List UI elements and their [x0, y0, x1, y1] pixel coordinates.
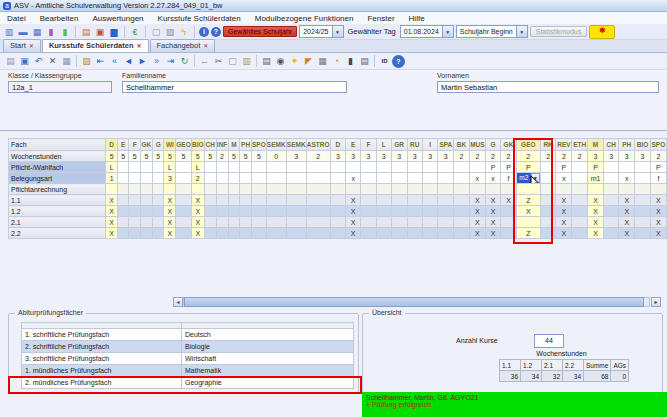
fachwahl-cell[interactable] [423, 184, 438, 195]
fachwahl-cell[interactable] [635, 162, 651, 173]
fachwahl-cell[interactable] [485, 184, 500, 195]
chat-lila-icon[interactable]: ▮ [45, 26, 57, 38]
fachwahl-cell[interactable]: P [485, 162, 500, 173]
fachwahl-cell[interactable]: 1 [106, 173, 118, 184]
close-icon[interactable]: ✕ [136, 42, 141, 49]
kopieren-icon[interactable]: ▢ [150, 26, 162, 38]
fachwahl-cell[interactable] [176, 206, 191, 217]
fachwahl-cell[interactable]: 5 [140, 151, 152, 162]
fachwahl-cell[interactable] [572, 173, 588, 184]
fachwahl-cell[interactable] [117, 195, 129, 206]
fachwahl-cell[interactable] [330, 162, 345, 173]
fachwahl-cell[interactable] [204, 228, 216, 239]
fachwahl-cell[interactable] [240, 184, 252, 195]
fachwahl-cell[interactable]: X [588, 217, 604, 228]
fachwahl-cell[interactable] [152, 173, 164, 184]
fachwahl-cell[interactable] [306, 162, 330, 173]
fachwahl-cell[interactable] [454, 228, 470, 239]
fachwahl-cell[interactable] [619, 184, 635, 195]
fachwahl-cell[interactable]: f [650, 173, 666, 184]
fachwahl-cell[interactable] [423, 162, 438, 173]
fachwahl-cell[interactable] [129, 228, 141, 239]
fachwahl-cell[interactable]: X [619, 228, 635, 239]
speichern-icon[interactable]: ▣ [18, 55, 31, 68]
fachwahl-cell[interactable]: X [650, 228, 666, 239]
fachwahl-cell[interactable]: 3 [619, 151, 635, 162]
fachwahl-cell[interactable]: X [485, 217, 500, 228]
abitur-row-label[interactable]: 3. schriftliche Prüfungsfach [22, 353, 182, 365]
fachwahl-cell[interactable] [140, 173, 152, 184]
fachwahl-cell[interactable] [454, 162, 470, 173]
fachwahl-cell[interactable] [240, 206, 252, 217]
fachwahl-cell[interactable] [252, 206, 267, 217]
fachwahl-cell[interactable] [407, 173, 423, 184]
fachwahl-cell[interactable] [306, 217, 330, 228]
fachwahl-cell[interactable]: 0 [266, 151, 286, 162]
fachwahl-cell[interactable] [423, 195, 438, 206]
bericht-icon[interactable]: ▤ [80, 26, 92, 38]
fachwahl-cell[interactable] [204, 217, 216, 228]
fachwahl-cell[interactable]: L [191, 162, 204, 173]
zurueck-icon[interactable]: ◄ [122, 55, 135, 68]
fachwahl-cell[interactable] [454, 206, 470, 217]
fachwahl-cell[interactable] [252, 217, 267, 228]
fachwahl-cell[interactable] [252, 162, 267, 173]
fachwahl-cell[interactable] [204, 173, 216, 184]
fachwahl-cell[interactable] [204, 162, 216, 173]
fachwahl-cell[interactable] [572, 184, 588, 195]
fachwahl-cell[interactable] [240, 217, 252, 228]
fachwahl-cell[interactable] [129, 217, 141, 228]
fachwahl-cell[interactable] [129, 162, 141, 173]
fachwahl-cell[interactable]: 5 [129, 151, 141, 162]
fachwahl-cell[interactable] [603, 173, 619, 184]
fachwahl-cell[interactable] [391, 162, 407, 173]
fachwahl-cell[interactable] [140, 228, 152, 239]
fachwahl-cell[interactable]: P [588, 162, 604, 173]
fachwahl-cell[interactable] [603, 184, 619, 195]
fachwahl-cell[interactable] [129, 184, 141, 195]
fachwahl-cell[interactable] [572, 162, 588, 173]
fachwahl-cell[interactable]: 5 [152, 151, 164, 162]
fachwahl-cell[interactable] [330, 173, 345, 184]
fachwahl-cell[interactable] [228, 206, 240, 217]
fachwahl-cell[interactable] [240, 162, 252, 173]
fachwahl-cell[interactable]: 2 [191, 173, 204, 184]
fachwahl-cell[interactable] [176, 228, 191, 239]
fachwahl-cell[interactable]: X [346, 206, 361, 217]
fachwahl-cell[interactable] [469, 162, 485, 173]
fachwahl-cell[interactable] [266, 184, 286, 195]
fachwahl-cell[interactable]: 5 [176, 151, 191, 162]
info-icon[interactable]: i [199, 27, 209, 37]
fachwahl-cell[interactable] [152, 228, 164, 239]
fachwahl-cell[interactable]: 5 [252, 151, 267, 162]
fachwahl-cell[interactable] [140, 184, 152, 195]
fachwahl-cell[interactable] [407, 162, 423, 173]
ordner-icon[interactable]: ▨ [80, 55, 93, 68]
fachwahl-cell[interactable] [361, 195, 376, 206]
fachwahl-cell[interactable]: 2 [469, 151, 485, 162]
schueler-icon[interactable]: ▥ [3, 26, 15, 38]
fachwahl-cell[interactable] [454, 173, 470, 184]
tabelle-bearbeiten-icon[interactable]: ▦ [60, 55, 73, 68]
fachwahl-cell[interactable]: X [164, 195, 176, 206]
fachwahl-cell[interactable]: X [650, 195, 666, 206]
fachwahl-cell[interactable] [391, 206, 407, 217]
fachwahl-cell[interactable] [438, 206, 454, 217]
buch-icon[interactable]: ▮ [344, 55, 357, 68]
fachwahl-cell[interactable] [619, 162, 635, 173]
fachwahl-cell[interactable] [266, 173, 286, 184]
fachwahl-cell[interactable] [228, 184, 240, 195]
fachwahl-cell[interactable]: 3 [603, 151, 619, 162]
fachwahl-cell[interactable]: 3 [330, 151, 345, 162]
zeitpunkt-select[interactable]: Schuljahr Beginn ▼ [456, 25, 528, 38]
fachwahl-cell[interactable] [361, 173, 376, 184]
fachwahl-cell[interactable]: X [650, 206, 666, 217]
scroll-right-button[interactable]: ► [651, 297, 661, 307]
verlauf-icon[interactable]: ◔ [330, 55, 343, 68]
fachwahl-cell[interactable] [361, 217, 376, 228]
fachwahl-cell[interactable] [330, 217, 345, 228]
menu-item-hilfe[interactable]: Hilfe [402, 14, 432, 23]
fachwahl-cell[interactable]: 3 [438, 151, 454, 162]
hilfe-icon[interactable]: ? [211, 27, 221, 37]
fachwahl-cell[interactable] [306, 206, 330, 217]
